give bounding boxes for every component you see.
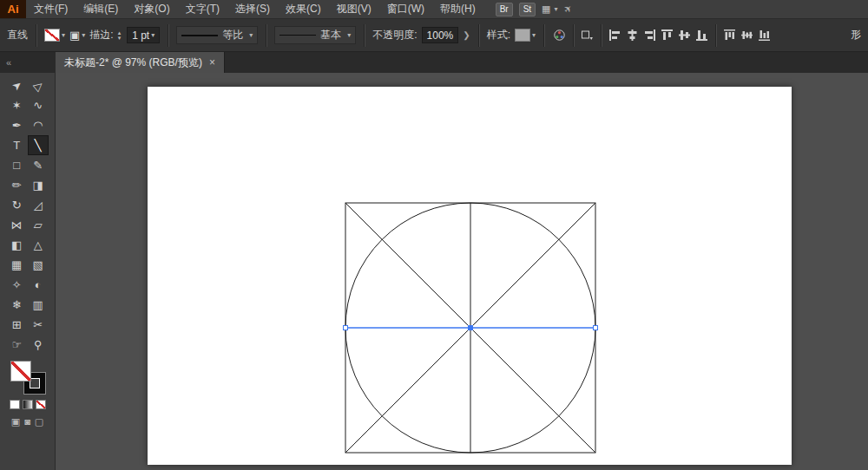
- canvas-area[interactable]: [56, 73, 868, 470]
- menu-item[interactable]: 窗口(W): [379, 0, 432, 18]
- chevron-down-icon: ▾: [532, 31, 536, 39]
- fill-swatch[interactable]: [10, 361, 31, 382]
- separator: [36, 24, 36, 47]
- fill-none-swatch-icon: [44, 29, 60, 42]
- gradient-mode-button[interactable]: [23, 400, 33, 409]
- stroke-weight-value: 1 pt: [132, 29, 149, 42]
- rotate-tool[interactable]: ↻: [6, 195, 28, 215]
- curvature-tool[interactable]: ◠: [28, 115, 49, 135]
- distribute-bottom-icon[interactable]: [757, 28, 772, 42]
- opacity-label[interactable]: 不透明度:: [372, 28, 417, 42]
- align-right-icon[interactable]: [642, 28, 657, 42]
- paintbrush-icon: ✎: [33, 159, 43, 172]
- stroke-weight-field[interactable]: 1 pt ▾: [127, 27, 160, 43]
- menu-item[interactable]: 编辑(E): [76, 0, 126, 18]
- draw-inside-icon[interactable]: ▢: [35, 416, 43, 428]
- rectangle-tool[interactable]: □: [6, 155, 28, 175]
- slice-tool[interactable]: ✂: [28, 315, 49, 335]
- tab-close-icon[interactable]: ×: [209, 56, 215, 69]
- effects-menu-icon[interactable]: [580, 28, 595, 42]
- collapse-toolbar-icon[interactable]: «: [6, 57, 11, 68]
- align-middle-v-icon[interactable]: [677, 28, 692, 42]
- align-center-h-icon[interactable]: [625, 28, 640, 42]
- pen-tool[interactable]: ✒: [6, 115, 28, 135]
- gpu-performance-button[interactable]: ✈: [564, 3, 572, 15]
- workspace-grid-icon: ▦: [542, 3, 550, 15]
- slice-icon: ✂: [33, 318, 43, 331]
- active-tool-label: 直线: [7, 28, 28, 42]
- blend-tool[interactable]: ◐: [28, 275, 49, 295]
- artboard-tool[interactable]: ⊞: [6, 315, 28, 335]
- gradient-tool[interactable]: ▧: [28, 255, 49, 275]
- none-mode-button[interactable]: [36, 400, 46, 409]
- style-dropdown[interactable]: ▾: [515, 29, 536, 42]
- document-tab[interactable]: 未标题-2* @ 97% (RGB/预览) ×: [56, 52, 225, 73]
- width-profile-dropdown[interactable]: 等比 ▾: [176, 26, 258, 44]
- brush-value: 基本: [320, 28, 341, 42]
- menu-item[interactable]: 帮助(H): [432, 0, 483, 18]
- hand-tool[interactable]: ☞: [6, 335, 28, 355]
- eyedropper-tool[interactable]: ✧: [6, 275, 28, 295]
- lasso-tool[interactable]: ∿: [28, 95, 49, 115]
- shape-panel-label[interactable]: 形: [845, 28, 861, 42]
- menu-item[interactable]: 视图(V): [329, 0, 379, 18]
- paintbrush-tool[interactable]: ✎: [28, 155, 49, 175]
- menu-item[interactable]: 效果(C): [278, 0, 329, 18]
- draw-normal-icon[interactable]: ▣: [11, 416, 20, 428]
- width-tool[interactable]: ⋈: [6, 215, 28, 235]
- separator: [266, 24, 266, 47]
- shape-builder-tool[interactable]: ◧: [6, 235, 28, 255]
- style-label[interactable]: 样式:: [487, 28, 510, 42]
- menu-item[interactable]: 对象(O): [126, 0, 177, 18]
- menu-item[interactable]: 选择(S): [227, 0, 278, 18]
- toolbar-panel: « ➤▷✶∿✒◠T╲□✎✏◨↻◿⋈▱◧△▦▧✧◐❄▥⊞✂☞⚲ ▣ ◙ ▢: [0, 52, 56, 470]
- pencil-tool[interactable]: ✏: [6, 175, 28, 195]
- perspective-grid-tool[interactable]: △: [28, 235, 49, 255]
- type-icon: T: [13, 139, 20, 152]
- opacity-flyout-icon[interactable]: ❯: [463, 30, 470, 40]
- distribute-top-icon[interactable]: [722, 28, 737, 42]
- brush-definition-dropdown[interactable]: 基本 ▾: [274, 26, 356, 44]
- line-segment-tool[interactable]: ╲: [28, 135, 49, 155]
- draw-behind-icon[interactable]: ◙: [24, 416, 30, 428]
- document-tabbar: 未标题-2* @ 97% (RGB/预览) ×: [56, 52, 868, 73]
- scale-tool[interactable]: ◿: [28, 195, 49, 215]
- menu-item[interactable]: 文字(T): [178, 0, 227, 18]
- brush-line-icon: [279, 35, 316, 36]
- artboard-icon: ⊞: [12, 318, 22, 331]
- stroke-color-dropdown[interactable]: ▣ ▾: [69, 29, 85, 42]
- mesh-tool[interactable]: ▦: [6, 255, 28, 275]
- artboard[interactable]: [148, 87, 792, 465]
- align-bottom-icon[interactable]: [694, 28, 709, 42]
- symbol-sprayer-tool[interactable]: ❄: [6, 295, 28, 315]
- eyedropper-icon: ✧: [12, 278, 22, 291]
- width-icon: ⋈: [11, 219, 23, 232]
- rocket-icon: ✈: [561, 3, 575, 16]
- stock-button[interactable]: St: [519, 3, 536, 16]
- magic-wand-tool[interactable]: ✶: [6, 95, 28, 115]
- workspace-switcher-button[interactable]: ▦▾: [542, 3, 557, 15]
- bridge-button[interactable]: Br: [496, 3, 513, 16]
- zoom-tool[interactable]: ⚲: [28, 335, 49, 355]
- align-left-icon[interactable]: [608, 28, 622, 42]
- eraser-tool[interactable]: ◨: [28, 175, 49, 195]
- color-mode-button[interactable]: [10, 400, 20, 409]
- stroke-weight-label[interactable]: 描边:: [89, 28, 113, 42]
- opacity-field[interactable]: 100%: [422, 27, 459, 43]
- direct-selection-tool[interactable]: ▷: [28, 75, 49, 95]
- stroke-weight-stepper[interactable]: ▴▾: [118, 30, 122, 41]
- selection-tool[interactable]: ➤: [6, 75, 28, 95]
- blend-icon: ◐: [35, 278, 42, 291]
- align-top-icon[interactable]: [660, 28, 674, 42]
- stepper-down-icon[interactable]: ▾: [118, 36, 122, 41]
- chevron-down-icon: ▾: [62, 31, 65, 39]
- symbol-sprayer-icon: ❄: [12, 298, 22, 311]
- menu-item[interactable]: 文件(F): [26, 0, 76, 18]
- type-tool[interactable]: T: [6, 135, 28, 155]
- column-graph-tool[interactable]: ▥: [28, 295, 49, 315]
- recolor-artwork-icon[interactable]: [552, 28, 567, 42]
- distribute-center-v-icon[interactable]: [740, 28, 754, 42]
- fill-color-dropdown[interactable]: ▾: [44, 29, 65, 42]
- curvature-icon: ◠: [33, 119, 43, 132]
- free-transform-tool[interactable]: ▱: [28, 215, 49, 235]
